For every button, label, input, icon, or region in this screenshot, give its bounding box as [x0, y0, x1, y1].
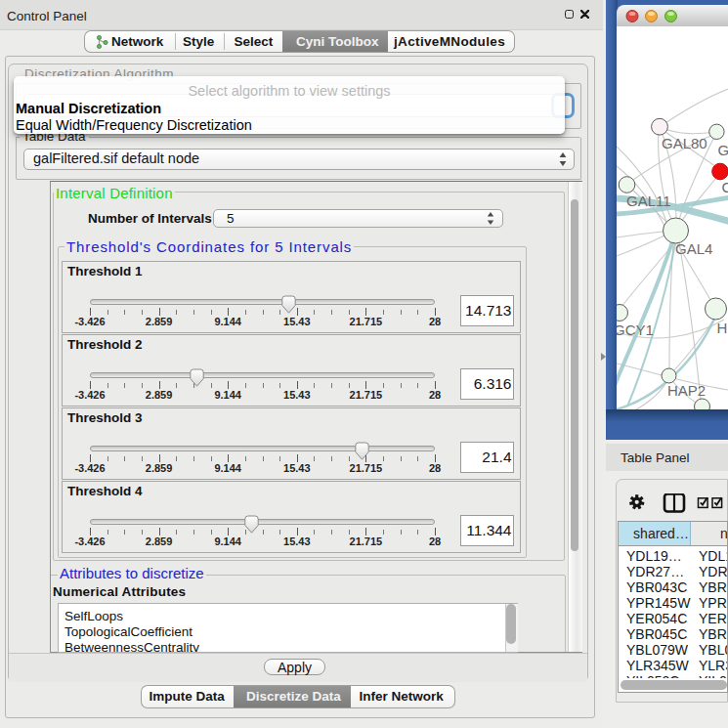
- svg-text:GAL4: GAL4: [675, 240, 712, 257]
- svg-text:G: G: [718, 142, 728, 158]
- svg-text:GAL80: GAL80: [662, 135, 707, 151]
- svg-text:GCY1: GCY1: [617, 321, 654, 338]
- svg-text:GAL11: GAL11: [626, 193, 671, 209]
- svg-text:HAP2: HAP2: [667, 382, 706, 399]
- svg-text:C: C: [722, 179, 728, 195]
- svg-text:H: H: [717, 320, 728, 336]
